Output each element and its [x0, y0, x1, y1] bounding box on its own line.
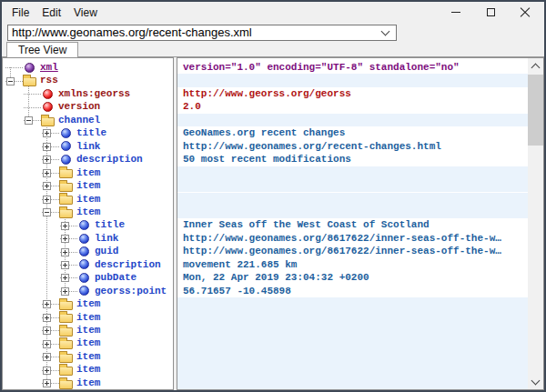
chevron-down-icon[interactable] — [381, 27, 390, 36]
tree-node[interactable]: item — [3, 166, 173, 179]
expand-toggle-icon[interactable] — [43, 367, 51, 375]
tree-node[interactable]: item — [3, 337, 173, 349]
scroll-up-button[interactable] — [528, 58, 543, 74]
tree-node[interactable]: description — [3, 258, 173, 271]
node-label: item — [76, 193, 100, 206]
scroll-down-button[interactable] — [528, 374, 543, 389]
minimize-button[interactable] — [439, 2, 473, 23]
tree-node[interactable]: item — [3, 311, 173, 324]
tree-node[interactable]: guid — [3, 245, 173, 257]
folder-icon — [58, 363, 73, 376]
collapse-toggle-icon[interactable] — [43, 208, 51, 216]
xml-tree-panel: xmlrssxmlns:georssversionchanneltitlelin… — [2, 57, 174, 390]
expand-toggle-icon[interactable] — [43, 379, 51, 387]
value-row: version="1.0" encoding="UTF-8" standalon… — [177, 61, 543, 74]
tree-node[interactable]: link — [3, 232, 173, 245]
element-icon — [76, 218, 91, 231]
expand-toggle-icon[interactable] — [43, 353, 51, 361]
menu-file[interactable]: File — [5, 4, 35, 22]
tree-node[interactable]: version — [3, 100, 173, 113]
folder-icon — [58, 311, 73, 324]
expand-toggle-icon[interactable] — [43, 314, 51, 322]
tab-tree-view[interactable]: Tree View — [6, 42, 78, 57]
element-icon — [76, 232, 91, 245]
expand-toggle-icon[interactable] — [43, 169, 51, 177]
tree-node[interactable]: channel — [3, 114, 173, 126]
expand-toggle-icon[interactable] — [61, 261, 69, 269]
tree-connector-line — [5, 67, 23, 68]
close-button[interactable] — [508, 2, 542, 23]
folder-glyph — [59, 354, 73, 363]
value-row — [177, 337, 528, 349]
tree-node[interactable]: item — [3, 297, 173, 310]
value-row: Mon, 22 Apr 2019 23:04:32 +0200 — [177, 271, 543, 284]
collapse-toggle-icon[interactable] — [6, 77, 15, 85]
node-label: rss — [40, 74, 58, 86]
tree-node[interactable]: xmlns:georss — [3, 87, 173, 100]
tab-strip: Tree View — [2, 41, 544, 56]
tree-node[interactable]: georss:point — [3, 285, 173, 297]
sphere-glyph — [43, 102, 53, 112]
expand-toggle-icon[interactable] — [61, 248, 69, 256]
node-label: item — [76, 179, 100, 192]
value-text: 56.71657 -10.45898 — [177, 285, 543, 297]
expand-toggle-icon[interactable] — [43, 340, 51, 348]
sphere-glyph — [79, 220, 89, 230]
expand-toggle-icon[interactable] — [61, 235, 69, 243]
folder-glyph — [59, 169, 73, 178]
folder-icon — [58, 350, 73, 363]
element-icon — [58, 126, 73, 139]
expand-toggle-icon[interactable] — [61, 222, 69, 230]
expand-toggle-icon[interactable] — [43, 143, 51, 151]
tree-node[interactable]: xml — [3, 61, 173, 74]
expand-toggle-icon[interactable] — [61, 274, 69, 282]
tree-node[interactable]: item — [3, 206, 173, 218]
expand-toggle-icon[interactable] — [43, 182, 51, 190]
window-controls — [439, 2, 542, 23]
tree-connector-line — [24, 107, 41, 108]
tree-node[interactable]: pubDate — [3, 271, 173, 284]
value-row: http://www.geonames.org/recent-changes.h… — [177, 140, 543, 153]
url-input[interactable] — [8, 25, 382, 40]
tree-node[interactable]: item — [3, 324, 173, 337]
expand-toggle-icon[interactable] — [43, 196, 51, 204]
collapse-toggle-icon[interactable] — [25, 116, 33, 125]
expand-toggle-icon[interactable] — [43, 300, 51, 308]
tree-node[interactable]: item — [3, 193, 173, 206]
value-row — [177, 324, 528, 337]
tree-node[interactable]: item — [3, 363, 173, 376]
vertical-scrollbar[interactable] — [528, 58, 543, 389]
node-label: item — [76, 337, 100, 349]
tree-node[interactable]: link — [3, 140, 173, 153]
expand-toggle-icon[interactable] — [43, 129, 51, 137]
folder-glyph — [59, 340, 73, 349]
values-rows: version="1.0" encoding="UTF-8" standalon… — [177, 58, 543, 389]
value-row — [177, 350, 528, 363]
expand-toggle-icon[interactable] — [61, 287, 69, 296]
tree-node[interactable]: item — [3, 350, 173, 363]
folder-glyph — [23, 77, 36, 86]
node-label: item — [76, 324, 100, 337]
node-label: xml — [40, 61, 58, 74]
tree-node[interactable]: title — [3, 126, 173, 139]
value-text: 50 most recent modifications — [177, 153, 543, 166]
expand-toggle-icon[interactable] — [43, 156, 51, 164]
value-text: movement 221.685 km — [177, 258, 543, 271]
menu-view[interactable]: View — [67, 4, 104, 22]
menu-edit[interactable]: Edit — [35, 4, 67, 22]
tree-node[interactable]: item — [3, 179, 173, 192]
maximize-icon — [487, 8, 495, 16]
folder-icon — [58, 179, 73, 192]
expand-toggle-icon[interactable] — [43, 327, 51, 335]
tree-node[interactable]: title — [3, 218, 173, 231]
folder-glyph — [41, 117, 55, 126]
value-row — [177, 377, 528, 389]
tree-panel-rows: xmlrssxmlns:georssversionchanneltitlelin… — [3, 58, 173, 389]
scrollbar-thumb[interactable] — [528, 75, 543, 146]
tree-node[interactable]: description — [3, 153, 173, 166]
maximize-button[interactable] — [473, 2, 508, 23]
value-row — [177, 206, 528, 218]
node-label: pubDate — [95, 271, 136, 284]
tree-node[interactable]: rss — [3, 74, 173, 86]
tree-node[interactable]: item — [3, 377, 173, 389]
